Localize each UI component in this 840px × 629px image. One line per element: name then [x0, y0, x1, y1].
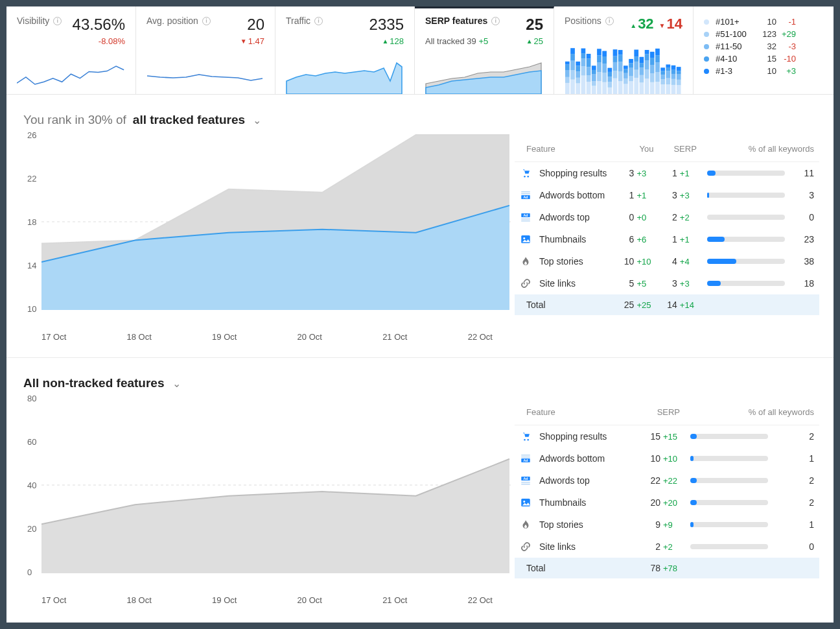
svg-rect-63: [629, 63, 633, 67]
table-row[interactable]: AdAdwords top0+02+20: [515, 206, 819, 228]
svg-rect-97: [666, 71, 670, 78]
table-total-row: Total25+2514+14: [515, 294, 819, 315]
svg-rect-106: [677, 80, 681, 85]
svg-rect-80: [650, 82, 655, 94]
card-visibility[interactable]: Visibilityi 43.56% -8.08%: [6, 6, 136, 94]
svg-rect-49: [613, 49, 618, 56]
thumb-icon: [520, 497, 531, 508]
svg-rect-95: [666, 84, 670, 94]
svg-rect-50: [618, 81, 623, 94]
svg-rect-96: [666, 78, 670, 84]
svg-rect-9: [570, 48, 575, 54]
table-row[interactable]: Thumbnails20+202: [515, 492, 819, 514]
th-serp[interactable]: SERP: [634, 401, 685, 425]
pct-bar: [690, 544, 768, 549]
table-row[interactable]: Site links5+53+318: [515, 272, 819, 294]
table-row[interactable]: Thumbnails6+61+123: [515, 228, 819, 250]
pct-bar: [690, 522, 768, 527]
svg-rect-60: [629, 81, 633, 94]
svg-rect-2: [565, 70, 570, 77]
svg-rect-114: [521, 191, 530, 193]
legend-item[interactable]: #51-100123+29: [704, 28, 821, 40]
table-row[interactable]: Top stories9+91: [515, 514, 819, 536]
svg-rect-90: [660, 84, 665, 94]
svg-rect-93: [660, 71, 665, 75]
feature-name: Adwords top: [539, 475, 590, 486]
svg-rect-65: [634, 78, 638, 94]
th-pct[interactable]: % of all keywords: [685, 401, 819, 425]
table-row[interactable]: Shopping results3+31+111: [515, 162, 819, 185]
info-icon[interactable]: i: [491, 17, 500, 25]
x-tick: 20 Oct: [298, 332, 322, 342]
nontracked-chart: 020406080: [23, 397, 515, 591]
section-nontracked-title[interactable]: All non-tracked features ⌄: [6, 358, 834, 397]
svg-rect-82: [650, 65, 655, 73]
svg-rect-132: [521, 484, 530, 485]
table-row[interactable]: Shopping results15+152: [515, 425, 819, 448]
info-icon[interactable]: i: [605, 17, 614, 25]
legend-item[interactable]: #1-310+3: [704, 65, 821, 77]
th-feature[interactable]: Feature: [515, 137, 616, 162]
info-icon[interactable]: i: [53, 17, 62, 25]
svg-rect-84: [650, 52, 655, 58]
svg-rect-18: [581, 53, 586, 58]
svg-rect-44: [607, 68, 612, 72]
legend-item[interactable]: #11-5032-3: [704, 40, 821, 53]
card-serp-features[interactable]: SERP featuresi 25 All tracked 39 +5 ▲25: [415, 6, 554, 94]
x-tick: 21 Oct: [382, 332, 407, 342]
th-serp[interactable]: SERP: [659, 137, 701, 162]
x-tick: 17 Oct: [41, 332, 66, 342]
card-positions[interactable]: Positionsi ▲32 ▼14: [554, 6, 694, 94]
card-traffic[interactable]: Traffici 2335 ▲128: [275, 6, 415, 94]
svg-rect-46: [613, 71, 618, 78]
svg-rect-100: [671, 85, 676, 94]
table-row[interactable]: AdAdwords bottom10+101: [515, 447, 819, 469]
y-tick: 80: [27, 394, 36, 403]
table-total-row: Total78+78: [515, 558, 819, 578]
svg-rect-35: [602, 82, 607, 94]
thumb-icon: [520, 233, 531, 245]
section-tracked-title[interactable]: You rank in 30% of all tracked features …: [6, 95, 834, 134]
feature-name: Top stories: [539, 256, 583, 267]
svg-rect-7: [570, 61, 575, 70]
svg-rect-109: [677, 67, 681, 71]
th-you[interactable]: You: [616, 137, 659, 162]
pct-bar: [707, 281, 785, 286]
legend-item[interactable]: #101+10-1: [704, 16, 821, 28]
feature-name: Adwords top: [539, 212, 590, 222]
table-row[interactable]: Site links2+20: [515, 536, 819, 558]
svg-rect-15: [581, 75, 586, 94]
tracked-chart: 1014182226: [23, 134, 515, 328]
x-tick: 19 Oct: [212, 595, 237, 605]
svg-rect-24: [587, 54, 591, 58]
svg-rect-85: [655, 82, 660, 94]
pct-bar: [707, 215, 785, 220]
legend-count: 32: [754, 42, 776, 51]
svg-rect-26: [592, 81, 596, 86]
th-pct[interactable]: % of all keywords: [702, 137, 819, 162]
table-row[interactable]: AdAdwords top22+222: [515, 469, 819, 492]
svg-rect-92: [660, 75, 665, 79]
svg-rect-52: [618, 62, 623, 71]
svg-rect-20: [587, 82, 591, 94]
th-feature[interactable]: Feature: [515, 401, 634, 425]
chevron-down-icon[interactable]: ⌄: [253, 114, 261, 126]
info-icon[interactable]: i: [314, 17, 323, 25]
link-icon: [520, 278, 531, 289]
card-avg-position[interactable]: Avg. positioni 20 ▼1.47: [136, 6, 275, 94]
svg-rect-42: [607, 77, 612, 82]
chevron-down-icon[interactable]: ⌄: [172, 377, 181, 390]
legend-item[interactable]: #4-1015-10: [704, 53, 821, 65]
x-axis-labels: 17 Oct18 Oct19 Oct20 Oct21 Oct22 Oct: [23, 591, 493, 605]
svg-point-125: [527, 439, 529, 441]
card-label: Avg. position: [146, 16, 198, 26]
svg-rect-36: [602, 73, 607, 82]
info-icon[interactable]: i: [202, 17, 211, 25]
svg-text:Ad: Ad: [524, 213, 528, 217]
table-row[interactable]: Top stories10+104+438: [515, 250, 819, 272]
pct-value: 38: [793, 250, 819, 272]
card-value: 2335: [369, 16, 404, 34]
pct-value: 1: [793, 514, 819, 536]
table-row[interactable]: AdAdwords bottom1+13+33: [515, 184, 819, 206]
svg-rect-6: [570, 70, 575, 80]
